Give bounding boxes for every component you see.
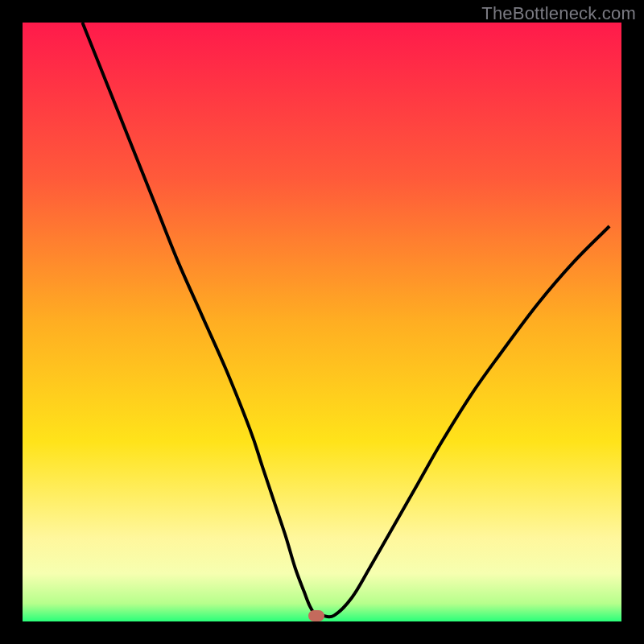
watermark-text: TheBottleneck.com — [481, 3, 636, 24]
bottleneck-curve — [82, 23, 609, 617]
chart-frame: TheBottleneck.com — [0, 0, 644, 644]
curve-svg — [23, 23, 621, 621]
plot-area — [23, 23, 621, 621]
optimum-marker — [308, 610, 324, 621]
